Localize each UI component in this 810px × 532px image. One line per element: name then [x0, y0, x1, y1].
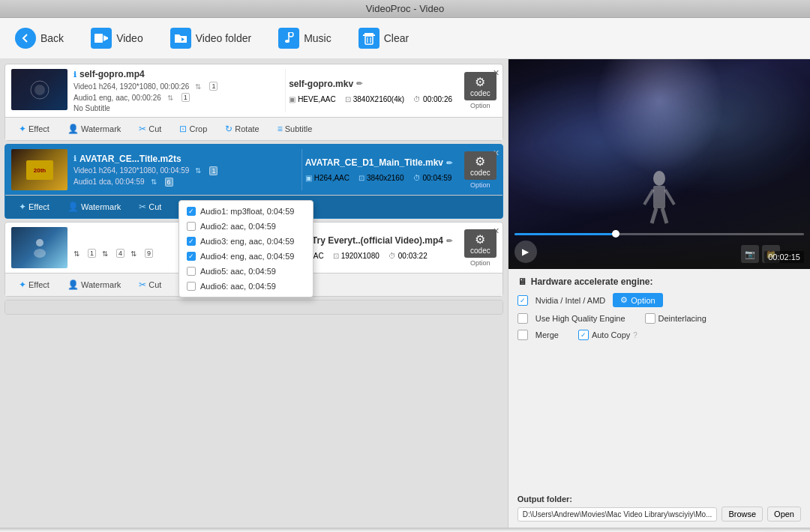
- file-3-thumbnail: [11, 227, 68, 268]
- cut-button-3[interactable]: ✂ Cut: [131, 276, 169, 293]
- effect-icon-3: ✦: [19, 279, 26, 290]
- watermark-button-2[interactable]: 👤 Watermark: [60, 199, 128, 215]
- audio-option-6[interactable]: Audio6: aac, 0:04:59: [179, 279, 313, 294]
- folder-path: D:\Users\Andrew\Movies\Mac Video Library…: [518, 507, 718, 522]
- hw-option-button[interactable]: ⚙ Option: [613, 293, 662, 307]
- svg-point-15: [34, 249, 46, 258]
- option-label-1[interactable]: Option: [470, 102, 490, 109]
- preview-controls: ▶: [514, 241, 537, 263]
- file-2-audio-info: Audio1 dca, 00:04:59 ⇅ 6 ✓ Audio1: mp3fl…: [74, 178, 296, 187]
- crop-icon: ⊡: [179, 124, 187, 134]
- scrubber-handle[interactable]: [612, 230, 620, 238]
- nvidia-checkbox[interactable]: ✓: [518, 295, 528, 306]
- app-title: VideoProc - Video: [366, 3, 444, 14]
- option-label-3[interactable]: Option: [470, 259, 490, 267]
- subtitle-button-1[interactable]: ≡ Subtitle: [270, 121, 320, 137]
- clear-button[interactable]: Clear: [352, 25, 415, 52]
- music-button[interactable]: Music: [272, 25, 338, 52]
- back-icon: [15, 28, 36, 49]
- auto-copy-checkbox[interactable]: ✓: [578, 330, 589, 340]
- option-label-2[interactable]: Option: [470, 181, 490, 189]
- auto-copy-help[interactable]: ?: [633, 331, 638, 339]
- scrubber-fill: [514, 233, 616, 235]
- edit-output-name-1[interactable]: ✏: [356, 79, 362, 88]
- audio-check-4: ✓: [187, 252, 196, 261]
- edit-output-name-2[interactable]: ✏: [446, 159, 452, 167]
- cut-icon-2: ✂: [139, 202, 146, 212]
- effect-button-3[interactable]: ✦ Effect: [11, 276, 57, 293]
- music-label: Music: [304, 32, 332, 44]
- cut-icon-3: ✂: [139, 279, 146, 290]
- watermark-button-1[interactable]: 👤 Watermark: [60, 121, 128, 137]
- main-layout: × ℹ self-gopro.mp4 Video1 h264, 1920*1: [0, 59, 810, 528]
- bottom-toolbar: ⚙ Target Format ‹ GoPro GoPro Deshake: [0, 529, 810, 532]
- watermark-button-3[interactable]: 👤 Watermark: [60, 276, 128, 293]
- browse-button[interactable]: Browse: [722, 507, 763, 522]
- edit-output-name-3[interactable]: ✏: [446, 237, 452, 245]
- svg-line-18: [644, 190, 653, 205]
- video-folder-icon: [170, 28, 191, 49]
- hardware-icon: 🖥: [518, 276, 526, 287]
- watermark-icon-3: 👤: [68, 279, 79, 290]
- high-quality-row: Use High Quality Engine Deinterlacing: [518, 313, 801, 324]
- svg-point-3: [289, 32, 293, 37]
- audio-option-5[interactable]: Audio5: aac, 0:04:59: [179, 264, 313, 279]
- toolbar: Back Video Video folder Music Clear: [0, 18, 810, 59]
- file-2-source-name: ℹ AVATAR_CE...Title.m2ts: [74, 154, 296, 164]
- video-preview: ▶ 📷 📁 00:02:15: [508, 59, 810, 269]
- effect-button-1[interactable]: ✦ Effect: [11, 121, 57, 137]
- video-icon: [91, 28, 112, 49]
- screenshot-button[interactable]: 📷: [741, 245, 759, 263]
- file-1-header: ℹ self-gopro.mp4 Video1 h264, 1920*1080,…: [5, 64, 502, 117]
- scrubber[interactable]: [514, 233, 804, 235]
- output-folder-label: Output folder:: [518, 495, 801, 504]
- rotate-icon: ↻: [225, 124, 232, 134]
- svg-point-16: [653, 171, 665, 186]
- svg-point-14: [36, 239, 44, 247]
- play-button[interactable]: ▶: [514, 241, 537, 263]
- audio-check-3: ✓: [187, 237, 196, 246]
- crop-button-1[interactable]: ⊡ Crop: [172, 121, 214, 137]
- cut-button-1[interactable]: ✂ Cut: [131, 121, 169, 137]
- codec-button-2[interactable]: ⚙ codec: [464, 151, 496, 180]
- hardware-panel: 🖥 Hardware accelerate engine: ✓ Nvidia /…: [508, 269, 810, 495]
- open-button[interactable]: Open: [767, 507, 801, 522]
- codec-button-3[interactable]: ⚙ codec: [464, 229, 496, 258]
- video-label: Video: [116, 32, 143, 44]
- file-2-output-info: ▣ H264,AAC ⊡ 3840x2160 ⏱ 00:04:59: [305, 174, 452, 182]
- high-quality-checkbox[interactable]: [518, 313, 528, 324]
- file-1-meta: ℹ self-gopro.mp4 Video1 h264, 1920*1080,…: [74, 69, 279, 112]
- video-button[interactable]: Video: [85, 25, 149, 52]
- cut-icon: ✂: [139, 124, 146, 134]
- svg-point-4: [285, 40, 290, 43]
- rotate-button-1[interactable]: ↻ Rotate: [218, 121, 266, 137]
- svg-text:20th: 20th: [33, 167, 46, 174]
- audio-option-2[interactable]: Audio2: aac, 0:04:59: [179, 219, 313, 234]
- effect-button-2[interactable]: ✦ Effect: [11, 199, 57, 215]
- audio-option-3[interactable]: ✓ Audio3: eng, aac, 0:04:59: [179, 234, 313, 249]
- audio-check-2: [187, 222, 196, 231]
- effect-icon-2: ✦: [19, 202, 26, 212]
- file-2-thumbnail: 20th: [11, 149, 68, 190]
- file-1-audio-info: Audio1 eng, aac, 00:00:26 ⇅ 1: [74, 93, 279, 102]
- back-label: Back: [40, 32, 64, 44]
- gear-icon: ⚙: [620, 295, 628, 305]
- output-folder-section: Output folder: D:\Users\Andrew\Movies\Ma…: [508, 495, 810, 528]
- watermark-icon-2: 👤: [68, 202, 79, 212]
- right-panel: ▶ 📷 📁 00:02:15 🖥 Hardware accelerate eng…: [508, 59, 810, 528]
- audio-option-4[interactable]: ✓ Audio4: eng, aac, 0:04:59: [179, 249, 313, 264]
- file-list: × ℹ self-gopro.mp4 Video1 h264, 1920*1: [0, 59, 508, 528]
- clear-label: Clear: [384, 32, 409, 44]
- codec-button-1[interactable]: ⚙ codec: [464, 72, 496, 100]
- file-2-codec-btn: ⚙ codec Option: [461, 149, 496, 190]
- nvidia-row: ✓ Nvidia / Intel / AMD ⚙ Option: [518, 293, 801, 307]
- cut-button-2[interactable]: ✂ Cut: [131, 199, 169, 215]
- file-1-source-name: ℹ self-gopro.mp4: [74, 69, 279, 79]
- deinterlacing-checkbox[interactable]: [645, 313, 656, 324]
- merge-checkbox[interactable]: [518, 330, 528, 340]
- audio-option-1[interactable]: ✓ Audio1: mp3float, 0:04:59: [179, 204, 313, 219]
- effect-icon: ✦: [19, 124, 26, 134]
- svg-line-19: [665, 190, 674, 205]
- video-folder-button[interactable]: Video folder: [164, 25, 257, 52]
- back-button[interactable]: Back: [9, 25, 70, 52]
